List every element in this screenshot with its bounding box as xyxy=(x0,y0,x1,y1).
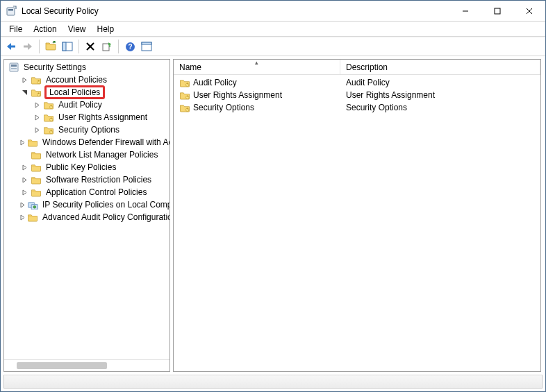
minimize-button[interactable] xyxy=(449,1,481,22)
menu-view[interactable]: View xyxy=(63,23,92,35)
expand-icon[interactable] xyxy=(19,162,29,172)
folder-lock-icon xyxy=(31,87,42,97)
menubar: File Action View Help xyxy=(1,22,545,37)
delete-button[interactable] xyxy=(83,39,98,54)
ipsec-icon xyxy=(27,200,38,210)
folder-lock-icon xyxy=(179,103,190,112)
statusbar xyxy=(3,375,543,389)
list-item-name: Audit Policy xyxy=(193,78,237,87)
export-button[interactable] xyxy=(99,39,115,54)
expand-icon[interactable] xyxy=(32,100,42,110)
tree-item-label: Public Key Policies xyxy=(44,162,117,172)
tree-item[interactable]: Security Options xyxy=(4,123,169,136)
tree-item-label: Local Policies xyxy=(44,85,105,99)
toolbar: ? xyxy=(1,37,545,56)
folder-icon xyxy=(31,175,42,185)
tree-item-label: Windows Defender Firewall with Advanced … xyxy=(41,137,169,147)
titlebar: Local Security Policy xyxy=(1,1,545,22)
column-header-description[interactable]: Description xyxy=(340,60,540,74)
tree-item-label: Audit Policy xyxy=(57,100,104,110)
close-button[interactable] xyxy=(513,1,545,22)
svg-rect-11 xyxy=(10,46,15,48)
expand-icon[interactable] xyxy=(19,175,29,185)
list-item-desc: Audit Policy xyxy=(346,78,390,87)
expand-icon[interactable] xyxy=(19,200,26,210)
scroll-thumb[interactable] xyxy=(17,362,107,369)
root-icon xyxy=(8,62,19,72)
sort-asc-icon: ▴ xyxy=(255,59,258,66)
tree-item[interactable]: Local Policies xyxy=(4,86,169,99)
column-header-desc-label: Description xyxy=(346,62,388,72)
folder-icon xyxy=(27,212,38,222)
help-button[interactable]: ? xyxy=(122,39,138,54)
folder-icon xyxy=(27,137,38,147)
tree-item[interactable]: IP Security Policies on Local Computer xyxy=(4,198,169,211)
tree-root-label: Security Settings xyxy=(22,62,88,72)
folder-icon xyxy=(31,162,42,172)
expand-icon[interactable] xyxy=(19,75,29,85)
expand-icon[interactable] xyxy=(32,112,42,122)
column-header-name[interactable]: ▴ Name xyxy=(174,60,340,74)
window-title: Local Security Policy xyxy=(22,6,99,16)
expand-icon[interactable] xyxy=(19,87,29,97)
app-window: Local Security Policy File Action View H… xyxy=(0,0,546,392)
tree-item-label: IP Security Policies on Local Computer xyxy=(41,200,169,210)
svg-text:?: ? xyxy=(128,43,132,51)
tree-item[interactable]: Windows Defender Firewall with Advanced … xyxy=(4,136,169,148)
tree-item-label: Application Control Policies xyxy=(44,187,148,197)
tree-item[interactable]: Application Control Policies xyxy=(4,186,169,198)
expand-icon[interactable] xyxy=(19,212,26,222)
list-body[interactable]: Audit PolicyAudit PolicyUser Rights Assi… xyxy=(174,75,540,371)
folder-lock-icon xyxy=(31,75,42,85)
up-button[interactable] xyxy=(43,39,58,54)
list-item-desc: User Rights Assignment xyxy=(346,90,435,100)
tree-item-label: Network List Manager Policies xyxy=(44,150,159,160)
svg-rect-12 xyxy=(24,46,28,48)
menu-file[interactable]: File xyxy=(3,23,28,35)
tree-item[interactable]: Account Policies xyxy=(4,74,169,86)
expand-icon[interactable] xyxy=(19,137,26,147)
tree-item[interactable]: Audit Policy xyxy=(4,99,169,111)
folder-lock-icon xyxy=(43,100,54,110)
list-item[interactable]: Audit PolicyAudit Policy xyxy=(174,76,540,89)
show-hide-tree-button[interactable] xyxy=(60,39,75,54)
list-item[interactable]: User Rights AssignmentUser Rights Assign… xyxy=(174,89,540,101)
list-item-name: User Rights Assignment xyxy=(193,90,282,100)
maximize-button[interactable] xyxy=(481,1,513,22)
content-area: Security Settings Account PoliciesLocal … xyxy=(1,56,545,375)
menu-help[interactable]: Help xyxy=(92,23,120,35)
expand-icon[interactable] xyxy=(19,187,29,197)
tree-hscrollbar[interactable] xyxy=(4,359,169,371)
tree-item[interactable]: Network List Manager Policies xyxy=(4,148,169,161)
app-icon xyxy=(6,6,17,17)
svg-rect-19 xyxy=(142,42,151,44)
properties-button[interactable] xyxy=(139,39,154,54)
tree-pane: Security Settings Account PoliciesLocal … xyxy=(3,59,170,372)
tree-item-label: Account Policies xyxy=(44,75,108,85)
tree-item-label: Software Restriction Policies xyxy=(44,175,153,185)
svg-rect-10 xyxy=(495,8,500,14)
folder-lock-icon xyxy=(179,78,190,87)
tree-item-label: Advanced Audit Policy Configuration xyxy=(41,212,169,222)
forward-button[interactable] xyxy=(20,39,35,54)
folder-icon xyxy=(31,150,42,160)
tree-item-label: User Rights Assignment xyxy=(57,112,149,122)
list-pane: ▴ Name Description Audit PolicyAudit Pol… xyxy=(173,59,541,372)
tree-root[interactable]: Security Settings xyxy=(4,61,169,74)
list-item-name: Security Options xyxy=(193,103,254,112)
svg-rect-15 xyxy=(103,44,109,51)
folder-lock-icon xyxy=(179,90,190,100)
tree-item[interactable]: Software Restriction Policies xyxy=(4,173,169,186)
svg-rect-14 xyxy=(63,42,66,51)
tree-item[interactable]: Advanced Audit Policy Configuration xyxy=(4,211,169,223)
list-item[interactable]: Security OptionsSecurity Options xyxy=(174,101,540,114)
back-button[interactable] xyxy=(3,39,19,54)
list-header: ▴ Name Description xyxy=(174,60,540,75)
tree[interactable]: Security Settings Account PoliciesLocal … xyxy=(4,60,169,359)
tree-item[interactable]: User Rights Assignment xyxy=(4,111,169,123)
folder-icon xyxy=(31,187,42,197)
menu-action[interactable]: Action xyxy=(28,23,62,35)
folder-lock-icon xyxy=(43,112,54,122)
tree-item[interactable]: Public Key Policies xyxy=(4,161,169,173)
expand-icon[interactable] xyxy=(32,125,42,135)
